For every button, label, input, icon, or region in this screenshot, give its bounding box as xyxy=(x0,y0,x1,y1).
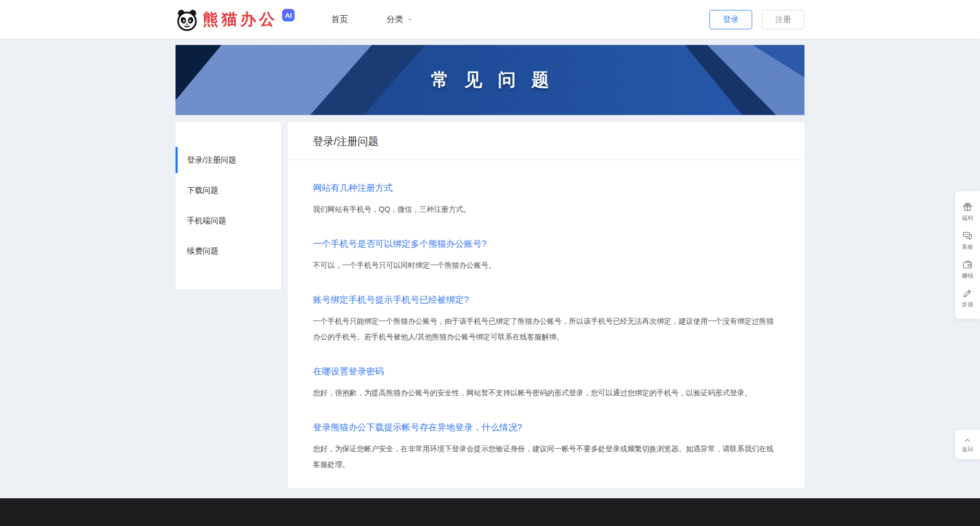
wallet-icon xyxy=(962,259,973,270)
header: 熊猫办公 AI 首页 分类 登录 注册 xyxy=(0,0,980,39)
gift-icon xyxy=(962,202,973,212)
faq-item: 一个手机号是否可以绑定多个熊猫办公账号? 不可以，一个手机号只可以同时绑定一个熊… xyxy=(313,238,779,273)
customer-service-icon xyxy=(962,231,973,241)
faq-answer: 您好，很抱歉，为提高熊猫办公账号的安全性，网站暂不支持以帐号密码的形式登录，您可… xyxy=(313,385,779,401)
sidebar-item-login-register[interactable]: 登录/注册问题 xyxy=(176,145,281,175)
faq-item: 在哪设置登录密码 您好，很抱歉，为提高熊猫办公账号的安全性，网站暂不支持以帐号密… xyxy=(313,365,779,401)
brand-name: 熊猫办公 xyxy=(203,7,278,31)
faq-panel: 登录/注册问题 网站有几种注册方式 我们网站有手机号，QQ，微信，三种注册方式。… xyxy=(288,122,804,488)
sidebar-item-mobile[interactable]: 手机端问题 xyxy=(176,205,281,236)
faq-item: 账号绑定手机号提示手机号已经被绑定? 一个手机号只能绑定一个熊猫办公账号，由于该… xyxy=(313,294,779,345)
faq-answer: 我们网站有手机号，QQ，微信，三种注册方式。 xyxy=(313,201,779,217)
login-button[interactable]: 登录 xyxy=(709,10,752,29)
category-sidebar: 登录/注册问题 下载问题 手机端问题 续费问题 xyxy=(176,122,281,289)
faq-item: 登录熊猫办公下载提示帐号存在异地登录，什么情况? 您好，为保证您帐户安全，在非常… xyxy=(313,421,779,472)
faq-section-title: 登录/注册问题 xyxy=(288,122,804,160)
page-title: 常见问题 xyxy=(176,45,804,115)
footer: 价格优惠 致臻精品 高质售后 100%满意 xyxy=(0,498,980,526)
faq-answer: 您好，为保证您帐户安全，在非常用环境下登录会提示您验证身份，建议同一帐号不要多处… xyxy=(313,441,779,472)
auth-buttons: 登录 注册 xyxy=(709,10,804,29)
nav-home[interactable]: 首页 xyxy=(331,14,348,25)
faq-answer: 一个手机号只能绑定一个熊猫办公账号，由于该手机号已绑定了熊猫办公账号，所以该手机… xyxy=(313,313,779,345)
chevron-up-icon xyxy=(963,436,972,444)
toolbar-item-feedback[interactable]: 反馈 xyxy=(955,285,980,312)
feedback-pencil-icon xyxy=(962,288,973,299)
panda-logo-icon xyxy=(176,8,199,31)
sidebar-item-renewal[interactable]: 续费问题 xyxy=(176,236,281,266)
toolbar-item-benefits[interactable]: 福利 xyxy=(955,199,980,225)
faq-item: 网站有几种注册方式 我们网站有手机号，QQ，微信，三种注册方式。 xyxy=(313,182,779,217)
faq-question-link[interactable]: 网站有几种注册方式 xyxy=(313,182,779,194)
faq-answer: 不可以，一个手机号只可以同时绑定一个熊猫办公账号。 xyxy=(313,257,779,273)
faq-question-link[interactable]: 一个手机号是否可以绑定多个熊猫办公账号? xyxy=(313,238,779,250)
content-area: 登录/注册问题 下载问题 手机端问题 续费问题 登录/注册问题 网站有几种注册方… xyxy=(176,122,804,488)
chevron-down-icon xyxy=(407,17,413,22)
faq-banner: 常见问题 xyxy=(176,45,804,115)
sidebar-item-download[interactable]: 下载问题 xyxy=(176,175,281,205)
faq-question-link[interactable]: 在哪设置登录密码 xyxy=(313,365,779,378)
floating-toolbar: 福利 客服 赚钱 反馈 xyxy=(955,191,980,319)
toolbar-item-earn[interactable]: 赚钱 xyxy=(955,256,980,283)
toolbar-item-support[interactable]: 客服 xyxy=(955,227,980,254)
ai-badge: AI xyxy=(282,9,295,21)
brand-logo[interactable]: 熊猫办公 AI xyxy=(176,7,295,31)
main-nav: 首页 分类 xyxy=(331,14,413,25)
faq-question-link[interactable]: 登录熊猫办公下载提示帐号存在异地登录，什么情况? xyxy=(313,421,779,433)
faq-question-link[interactable]: 账号绑定手机号提示手机号已经被绑定? xyxy=(313,294,779,306)
back-to-top-button[interactable]: 返回 xyxy=(955,430,980,459)
nav-categories[interactable]: 分类 xyxy=(387,14,413,25)
register-button[interactable]: 注册 xyxy=(762,10,804,29)
